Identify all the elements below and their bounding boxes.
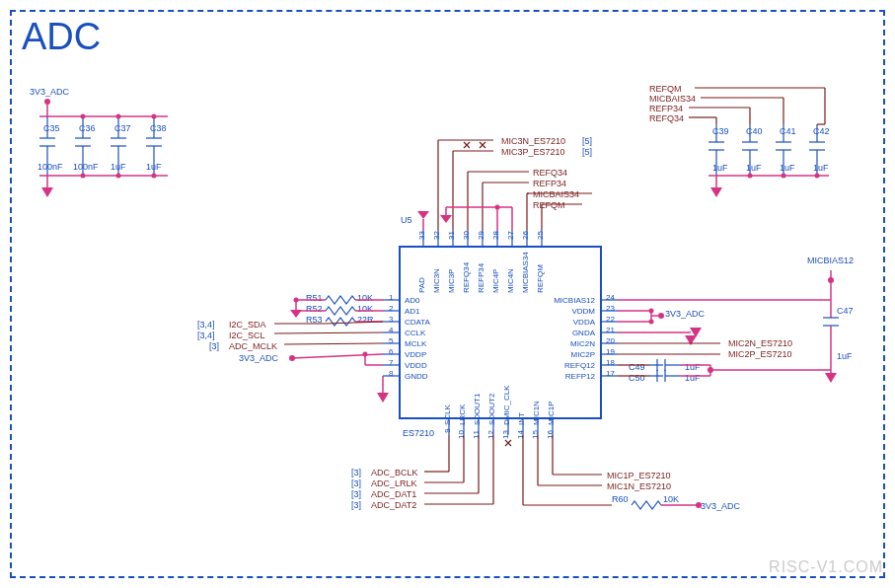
pin-num: 17 [606, 369, 615, 378]
pin-num: 15 [531, 430, 540, 439]
pin-name: REFQ34 [462, 262, 471, 293]
pin-num: 3 [389, 315, 393, 324]
net: REFP34 [533, 179, 566, 188]
cap-val: 100nF [73, 162, 99, 172]
pin-name: REFP34 [477, 263, 485, 293]
pin-num: 13 [501, 430, 510, 439]
net-idx: [3] [351, 478, 361, 488]
net: ADC_DAT1 [371, 489, 416, 499]
net: MIC1N_ES7210 [607, 481, 671, 491]
pin-num: 33 [417, 231, 426, 240]
pin-num: 12 [486, 430, 495, 439]
pin-num: 25 [536, 231, 545, 240]
pwr-rail: 3V3_ADC [701, 501, 740, 511]
cap-ref: C39 [712, 126, 729, 136]
pin-num: 26 [521, 231, 530, 240]
cap-val: 1uF [685, 373, 701, 383]
pin-num: 31 [447, 231, 456, 240]
res-val: 22R [357, 315, 374, 325]
cap-ref: C42 [813, 126, 830, 136]
net-idx: [5] [582, 136, 592, 146]
pin-num: 14 [516, 430, 525, 439]
net: MICBAIS34 [533, 189, 579, 199]
cap-ref: C36 [79, 123, 96, 133]
pin-name: REFQ12 [564, 361, 595, 370]
ic-ref: U5 [401, 215, 412, 225]
net-idx: [3,4] [197, 320, 215, 330]
pin-name: MIC4P [491, 269, 500, 293]
pin-num: 8 [389, 369, 393, 378]
pin-name: CCLK [405, 329, 425, 337]
net-idx: [3,4] [197, 331, 215, 340]
net: MIC1P_ES7210 [607, 471, 671, 480]
pin-num: 7 [389, 358, 393, 367]
pin-name: PAD [417, 277, 426, 293]
net: MIC2N_ES7210 [728, 338, 792, 348]
pin-name: VDDP [405, 350, 426, 359]
net: REFQM [533, 200, 565, 210]
pin-name: SCLK [443, 404, 452, 425]
pin-num: 9 [443, 428, 452, 432]
net: MIC2P_ES7210 [728, 349, 792, 359]
pin-name: MIC2N [570, 339, 595, 348]
cap-val: 1uF [813, 163, 829, 173]
cap-val: 1uF [837, 351, 853, 361]
pin-num: 4 [389, 326, 393, 334]
pin-num: 28 [491, 231, 500, 240]
net: MIC3N_ES7210 [501, 136, 565, 146]
pin-num: 29 [477, 231, 485, 240]
pin-name: VDDM [571, 307, 595, 316]
cap-ref: C38 [150, 123, 167, 133]
cap-ref: C40 [746, 126, 763, 136]
net: REFQM [649, 84, 682, 94]
pin-num: 30 [462, 231, 471, 240]
pin-name: GNDD [405, 372, 428, 381]
cap-val: 1uF [146, 162, 162, 172]
cap-val: 1uF [111, 162, 126, 172]
pin-num: 19 [606, 347, 615, 356]
net-idx: [5] [582, 147, 592, 157]
cap-ref: C50 [629, 373, 645, 383]
pin-name: DMIC_CLK [502, 386, 511, 425]
res-val: 10K [357, 304, 373, 314]
pin-name: LRCK [458, 404, 467, 425]
pin-num: 27 [506, 231, 515, 240]
net: I2C_SDA [229, 320, 266, 330]
pin-name: SDOUT1 [473, 394, 482, 425]
pin-name: MICBIAS12 [554, 296, 595, 305]
res-ref: R51 [306, 293, 323, 303]
cap-val: 1uF [780, 163, 795, 173]
net: REFP34 [649, 104, 683, 113]
pin-num: 16 [546, 430, 555, 439]
pin-name: VDDA [573, 318, 595, 327]
pin-name: MIC2P [571, 350, 595, 359]
pin-num: 32 [432, 231, 441, 240]
pin-name: MIC1P [547, 402, 556, 425]
pin-num: 10 [457, 430, 466, 439]
pin-num: 22 [606, 315, 615, 324]
pin-name: MIC3N [432, 268, 441, 293]
pin-name: MIC3P [447, 269, 456, 293]
net: ADC_BCLK [371, 468, 418, 478]
net: MIC3P_ES7210 [501, 147, 565, 157]
cap-ref: C41 [780, 126, 796, 136]
pin-name: MIC1N [532, 401, 541, 425]
pin-name: MCLK [405, 339, 426, 348]
pin-name: REFQM [536, 264, 545, 293]
cap-val: 1uF [685, 362, 701, 372]
pin-name: REFP12 [565, 372, 595, 381]
pin-name: GNDA [572, 329, 595, 337]
cap-ref: C49 [629, 362, 645, 372]
pin-num: 2 [389, 304, 393, 313]
pin-num: 24 [606, 293, 615, 302]
net: ADC_DAT2 [371, 500, 416, 510]
micbias12-label: MICBIAS12 [807, 256, 854, 265]
pin-num: 18 [606, 358, 615, 367]
pin-num: 5 [389, 336, 393, 345]
pin-num: 6 [389, 347, 393, 356]
ic-part: ES7210 [403, 428, 434, 438]
res-ref: R53 [306, 315, 323, 325]
pwr-rail: 3V3_ADC [30, 87, 69, 97]
net: I2C_SCL [229, 331, 265, 340]
net-idx: [3] [209, 341, 219, 351]
